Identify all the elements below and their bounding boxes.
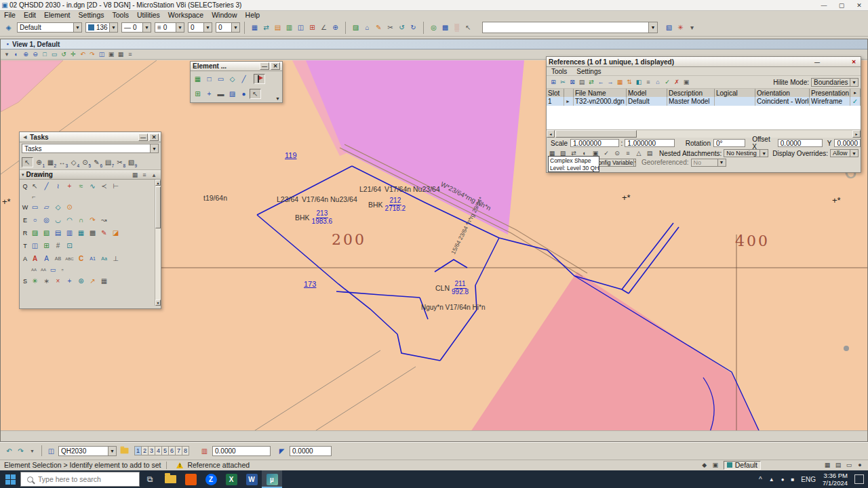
active-color-combo[interactable]: 136▼ bbox=[85, 22, 118, 33]
raster-icon[interactable]: ▤ bbox=[272, 22, 283, 33]
delete-clip-icon[interactable]: ▤ bbox=[577, 78, 587, 87]
menu-edit[interactable]: Edit bbox=[20, 11, 40, 19]
zoom-out-icon[interactable]: ⊖ bbox=[31, 50, 40, 59]
pattern-tool[interactable]: ▤ bbox=[52, 228, 64, 238]
georeferenced-combo[interactable]: No▼ bbox=[691, 159, 726, 167]
explorer-icon[interactable]: ⌂ bbox=[361, 22, 373, 33]
task-tool-9[interactable]: ▧9 bbox=[125, 157, 137, 167]
point-tool[interactable]: + bbox=[203, 89, 215, 99]
curve-tool[interactable]: ∿ bbox=[87, 181, 98, 191]
toolbox-more-icon[interactable]: ▼ bbox=[275, 96, 280, 101]
place-slab-tool[interactable]: ▭ bbox=[215, 74, 226, 84]
view-display-style-icon[interactable]: ◐ bbox=[12, 50, 21, 59]
properties-icon[interactable]: ▣ bbox=[682, 78, 691, 87]
print-icon[interactable]: ▨ bbox=[350, 22, 361, 33]
close-button[interactable]: ✕ bbox=[149, 134, 159, 141]
hilite-mode-combo[interactable]: Boundaries▼ bbox=[811, 78, 859, 87]
clip-mask-icon[interactable]: ▦ bbox=[116, 50, 125, 59]
element-selection-tool[interactable]: ↖ bbox=[22, 157, 33, 167]
snap-mode-icon[interactable]: ◆ bbox=[699, 461, 710, 470]
menu-utilities[interactable]: Utilities bbox=[133, 11, 164, 19]
col-description[interactable]: Description bbox=[667, 89, 715, 97]
view-previous-icon[interactable]: ↶ bbox=[78, 50, 87, 59]
intersect-point-tool[interactable]: + bbox=[64, 276, 75, 286]
scroll-right-button[interactable]: ► bbox=[852, 130, 861, 138]
taskbar-app-excel[interactable]: X bbox=[221, 470, 241, 488]
pan-view-icon[interactable]: ✛ bbox=[68, 50, 78, 59]
tasks-titlebar[interactable]: ◂ Tasks — ✕ bbox=[20, 132, 161, 142]
active-level-combo[interactable]: Default▼ bbox=[17, 22, 82, 33]
tray-volume-icon[interactable]: ● bbox=[781, 476, 785, 483]
measure-icon[interactable]: ∠ bbox=[318, 22, 330, 33]
view-toggle-5[interactable]: 5 bbox=[162, 446, 169, 455]
clip-reference-icon[interactable]: ✂ bbox=[558, 78, 568, 87]
tray-battery-icon[interactable]: ■ bbox=[791, 476, 795, 483]
more-tools-icon[interactable]: ▾ bbox=[686, 22, 698, 33]
start-button[interactable] bbox=[0, 470, 20, 488]
minimize-button[interactable]: — bbox=[138, 134, 148, 141]
fill-rect-tool[interactable]: ▬ bbox=[215, 89, 226, 99]
maximize-button[interactable]: ▢ bbox=[833, 0, 850, 11]
minimize-button[interactable]: — bbox=[815, 0, 833, 11]
place-text-tool[interactable]: A bbox=[29, 253, 41, 264]
cells-icon[interactable]: ⊞ bbox=[307, 22, 318, 33]
text-node-tool[interactable]: ⊥ bbox=[110, 253, 121, 264]
scale-reference-icon[interactable]: ▦ bbox=[615, 78, 625, 87]
place-line-tool[interactable]: ╱ bbox=[41, 181, 52, 191]
text-attr-tool[interactable]: AA bbox=[29, 266, 39, 274]
scale-a-field[interactable]: 1.000000 bbox=[570, 139, 619, 147]
level-display-icon[interactable]: ▥ bbox=[283, 22, 295, 33]
tool-boxes-icon[interactable]: ▧ bbox=[663, 22, 675, 33]
display-toggle-icon[interactable]: ✓ bbox=[601, 149, 612, 158]
scroll-up-button[interactable]: ▲ bbox=[155, 180, 161, 186]
cut-icon[interactable]: ✂ bbox=[384, 22, 396, 33]
hatch-tool[interactable]: ▨ bbox=[29, 228, 41, 238]
table-toggle-icon[interactable]: ▤ bbox=[644, 149, 655, 158]
locks-icon[interactable]: ▩ bbox=[439, 22, 451, 33]
place-shape-tool[interactable]: ▱ bbox=[41, 202, 52, 212]
active-style-combo[interactable]: — 0▼ bbox=[121, 22, 151, 33]
flag-tool[interactable] bbox=[254, 74, 265, 84]
key-in-input[interactable] bbox=[482, 22, 649, 33]
scroll-down-button[interactable]: ▼ bbox=[155, 300, 161, 306]
selection-set-icon[interactable]: ▦ bbox=[822, 461, 833, 470]
fence-status-icon[interactable]: ▤ bbox=[833, 461, 844, 470]
nested-attachments-combo[interactable]: No Nesting▼ bbox=[724, 149, 768, 157]
transparency-toggle-icon[interactable]: ⊙ bbox=[612, 149, 623, 158]
text-match-tool[interactable]: AA bbox=[39, 266, 48, 274]
window-area-icon[interactable]: □ bbox=[40, 50, 50, 59]
place-block-tool[interactable]: □ bbox=[203, 74, 215, 84]
text-style-tool[interactable]: AB bbox=[52, 253, 64, 264]
layout-list-icon[interactable]: ≡ bbox=[140, 170, 149, 179]
redo-icon[interactable]: ↷ bbox=[15, 446, 26, 456]
rotate-view-icon[interactable]: ↺ bbox=[59, 50, 68, 59]
zoom-in-icon[interactable]: ⊕ bbox=[21, 50, 31, 59]
delete-pattern-tool[interactable]: ▩ bbox=[87, 228, 98, 238]
place-ellipse-tool[interactable]: ◎ bbox=[41, 215, 52, 225]
models-icon[interactable]: ▦ bbox=[249, 22, 260, 33]
snap-icon[interactable]: ◎ bbox=[428, 22, 439, 33]
line-variant-tool[interactable]: ⌐ bbox=[29, 192, 39, 201]
perp-tool[interactable]: ⊢ bbox=[110, 181, 121, 191]
menu-settings[interactable]: Settings bbox=[75, 11, 108, 19]
level-manager-icon[interactable]: ◫ bbox=[295, 22, 307, 33]
collapse-icon[interactable]: ▴ bbox=[149, 170, 159, 179]
references-menu-tools[interactable]: Tools bbox=[547, 68, 572, 75]
keyin-dropdown-icon[interactable]: ▼ bbox=[649, 22, 658, 33]
smartline-tool[interactable]: ↖ bbox=[29, 181, 41, 191]
col-logical[interactable]: Logical bbox=[715, 89, 755, 97]
task-tool-4[interactable]: ◇4 bbox=[68, 157, 79, 167]
place-circle-tool[interactable]: ○ bbox=[29, 215, 41, 225]
point-cell-tool[interactable]: ⊡ bbox=[64, 241, 75, 251]
col-orientation[interactable]: Orientation bbox=[755, 89, 810, 97]
change-attributes-tool[interactable]: ▦ bbox=[192, 74, 203, 84]
coordinate-y-field[interactable]: 0.0000 bbox=[290, 446, 332, 456]
move-reference-icon[interactable]: ← bbox=[596, 78, 606, 87]
redo-icon[interactable]: ↻ bbox=[408, 22, 419, 33]
reference-row[interactable]: 1 ► T32-vn2000.dgn Default Master Model … bbox=[547, 97, 861, 106]
coordinate-x-field[interactable]: 0.0000 bbox=[212, 446, 271, 456]
col-filename[interactable]: File Name bbox=[574, 89, 627, 97]
place-polygon-tool[interactable]: ◇ bbox=[52, 202, 64, 212]
grid-point-tool[interactable]: ▦ bbox=[98, 276, 110, 286]
view-group-combo[interactable]: QH2030▼ bbox=[58, 446, 117, 456]
